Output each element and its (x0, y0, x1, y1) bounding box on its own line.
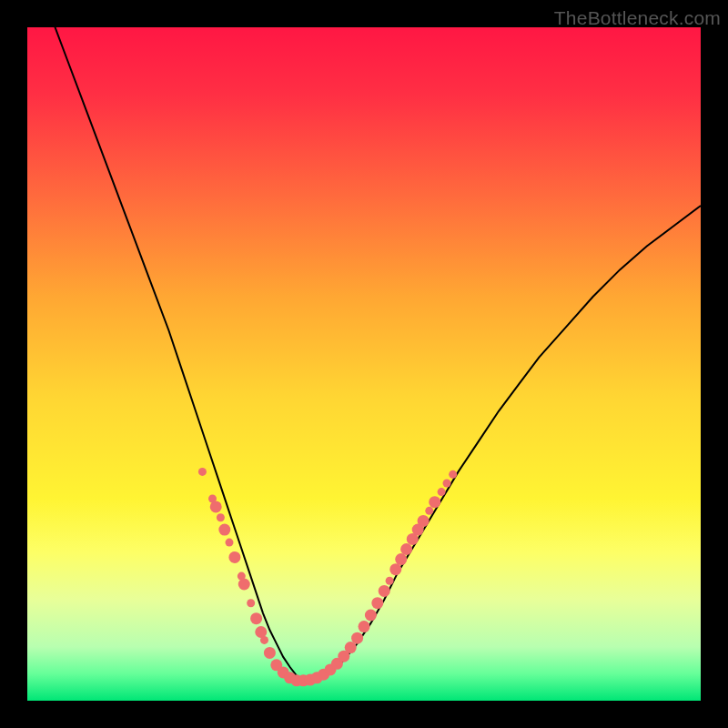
curve-markers (198, 468, 457, 686)
curve-marker (400, 543, 412, 555)
curve-marker (418, 515, 430, 527)
curve-marker (264, 647, 276, 659)
watermark-text: TheBottleneck.com (554, 7, 721, 29)
chart-root: TheBottleneck.com (0, 0, 728, 728)
curve-marker (238, 578, 250, 590)
curve-marker (260, 636, 268, 644)
bottleneck-curve (47, 27, 701, 681)
curve-marker (429, 496, 440, 508)
curve-marker (351, 632, 363, 644)
curve-marker (198, 468, 207, 476)
curve-marker (228, 551, 240, 563)
curve-marker (210, 500, 222, 512)
curve-marker (226, 539, 234, 547)
plot-area (27, 27, 701, 701)
curve-marker (449, 470, 457, 479)
curve-marker (217, 513, 225, 521)
curve-marker (247, 599, 255, 607)
curve-marker (386, 577, 394, 585)
curve-marker (425, 507, 433, 515)
curve-marker (389, 563, 401, 575)
curve-marker (443, 479, 451, 487)
curve-marker (365, 610, 377, 622)
curve-marker (250, 612, 262, 624)
curve-marker (359, 621, 370, 632)
curve-marker (379, 585, 390, 597)
curve-marker (438, 488, 446, 496)
curve-marker (395, 553, 407, 565)
curve-layer (27, 27, 701, 701)
curve-marker (371, 597, 383, 609)
curve-marker (218, 524, 230, 536)
